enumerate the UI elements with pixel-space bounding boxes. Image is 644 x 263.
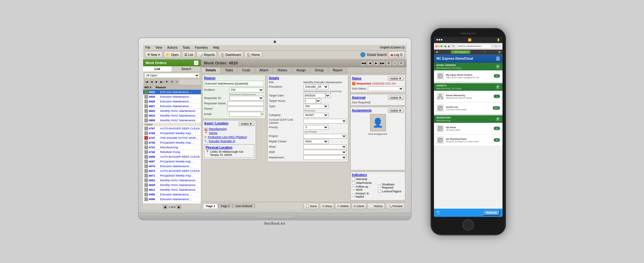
- asset-panel-title[interactable]: Asset / Location: [204, 122, 228, 125]
- menu-view[interactable]: View: [154, 46, 163, 49]
- department-select[interactable]: [303, 155, 347, 160]
- reason-textarea[interactable]: Extrusion Maintenance [Quarterly]: [204, 81, 264, 86]
- status-action-button[interactable]: Action ▼: [388, 76, 404, 81]
- preview-button[interactable]: 🔍 Preview: [386, 203, 405, 209]
- wo-item-4829[interactable]: 4829 Extrusion Maintenance ....: [143, 90, 201, 95]
- list-button[interactable]: ☰ List: [182, 51, 195, 58]
- active-browser-tab[interactable]: ✓ MC Express ✕: [451, 50, 470, 54]
- category-select[interactable]: MAINT: [303, 113, 329, 118]
- wo-expand-icon[interactable]: ▼: [496, 64, 500, 69]
- wo-item-4810[interactable]: 4810 Monthly HVAC Maintenance: [143, 113, 201, 118]
- asset-action-button[interactable]: Action ▼: [239, 122, 254, 126]
- all-stocked-parts-item[interactable]: All Stocked Parts All parts recorded in …: [434, 134, 502, 146]
- substatus-select[interactable]: [368, 86, 404, 91]
- wo-item-4672[interactable]: 4672 AUTO-BAGGER DEEP CLEAN: [143, 169, 201, 173]
- wo-item-4741[interactable]: 4741 Manufacturing: [143, 145, 201, 150]
- sidebar-tab-search[interactable]: Search: [172, 66, 201, 72]
- nav-settings-btn[interactable]: ⚙: [386, 61, 391, 66]
- tool-first-icon[interactable]: |◀: [144, 80, 149, 84]
- wo-item-4595[interactable]: 4595 Extrusion Maintenance ...: [143, 192, 201, 197]
- hamburger-menu-icon[interactable]: ☰: [496, 56, 500, 61]
- menu-help[interactable]: Help: [212, 46, 220, 49]
- my-open-work-orders-item[interactable]: My Open Work Orders Open work orders ass…: [434, 70, 502, 82]
- asset-tampa-link[interactable]: Tampa: [209, 131, 217, 134]
- filter-select[interactable]: All Open: [144, 73, 200, 78]
- browser-back-btn[interactable]: ◀: [443, 45, 447, 48]
- sidebar-tab-list[interactable]: List: [143, 66, 172, 72]
- tab-details[interactable]: Details: [201, 67, 221, 73]
- tool-settings-icon[interactable]: ⚙: [169, 80, 174, 84]
- wo-item-4747[interactable]: 4747 THE ENGINE OUTOF WORKIN: [143, 136, 201, 140]
- page-tab-user-defined[interactable]: User-Defined: [233, 204, 255, 208]
- wo-item-4825[interactable]: 4825 Monthly HVAC Maintenance: [143, 109, 201, 113]
- tab-assign[interactable]: Assign: [292, 67, 310, 73]
- requester-name-input[interactable]: [227, 101, 264, 106]
- open-button[interactable]: 📂 Open: [164, 51, 181, 58]
- next-page-arrow[interactable]: ▶: [177, 205, 181, 209]
- asset-extruder-link[interactable]: Extruder (Extruder-3): [209, 140, 236, 143]
- red-dot[interactable]: [436, 45, 437, 47]
- approval-action-button[interactable]: Action ▼: [388, 96, 404, 100]
- tool-last-icon[interactable]: ▶|: [159, 80, 164, 84]
- browser-url-bar[interactable]: express.maintenanceco...: [456, 44, 491, 48]
- asset-hierarchy-item[interactable]: Asset Hierarchy Hierarchical view of ass…: [434, 91, 502, 102]
- dashboard-button[interactable]: 🏠 Dashboard: [218, 51, 243, 58]
- wo-item-4653[interactable]: 4653 Monthly HVAC Maintenance: [143, 178, 201, 183]
- menu-file[interactable]: File: [144, 46, 151, 49]
- tab-attach[interactable]: Attach: [255, 67, 273, 73]
- tool-prev-icon[interactable]: ◀: [149, 80, 154, 84]
- browser-more-icon[interactable]: ⋯: [498, 45, 501, 48]
- menu-favorites[interactable]: Favorites: [194, 46, 209, 49]
- target-hours-input[interactable]: [303, 99, 316, 103]
- wo-item-4827[interactable]: 4827 Extrusion Maintenance ...: [143, 104, 201, 109]
- assignments-action-button[interactable]: Action ▼: [388, 108, 404, 113]
- nav-window-btn[interactable]: □: [392, 61, 398, 66]
- asset-list-item[interactable]: Asset List List view of all assets 207: [434, 102, 502, 114]
- tab-back-icon[interactable]: ◀: [436, 50, 438, 53]
- wo-item-4674[interactable]: 4674 Extrusion Maintenance...: [143, 164, 201, 169]
- shutdown-checkbox[interactable]: [378, 184, 381, 188]
- wo-item-4830[interactable]: 4830 Extrusion Maintenance ...: [143, 95, 201, 99]
- menu-tools[interactable]: Tools: [181, 46, 191, 49]
- reason-panel-title[interactable]: Reason: [204, 76, 264, 80]
- browser-share-icon[interactable]: ↑: [492, 45, 494, 48]
- problem-select[interactable]: PM: [229, 88, 264, 92]
- all-parts-item[interactable]: All Parts All active parts 41: [434, 123, 502, 134]
- wo-item-4740[interactable]: 4740 Refurbish Pump: [143, 150, 201, 155]
- inventory-expand-icon[interactable]: ▼: [496, 117, 500, 121]
- issue-button[interactable]: 📋 Issue: [303, 203, 319, 209]
- email-input[interactable]: [229, 112, 261, 117]
- attachments-checkbox[interactable]: [352, 181, 355, 184]
- wo-item-4826[interactable]: 4826 Extrusion Maintenance ...: [143, 99, 201, 104]
- tab-tasks[interactable]: Tasks: [221, 67, 238, 73]
- asset-manufacturing-link[interactable]: Manufacturing: [209, 127, 227, 130]
- wo-item-4671[interactable]: 4671 PACjacket3 Weekly Insp...: [143, 173, 201, 178]
- wo-item-4611[interactable]: 4611 Monthly HVAC Maintenance: [143, 188, 201, 192]
- tab-costs[interactable]: Costs: [238, 67, 255, 73]
- asset-production-line-link[interactable]: Production Line #001 (Plastics): [208, 135, 247, 139]
- wo-item-4596[interactable]: 4596 Extrusion Maintenance ...: [143, 197, 201, 202]
- history-button[interactable]: 🕐 History: [367, 203, 385, 209]
- phone-input[interactable]: [227, 107, 264, 111]
- browser-refresh-btn[interactable]: ↻: [452, 45, 455, 48]
- reports-button[interactable]: 📊 Reports: [197, 51, 217, 58]
- warranty-checkbox[interactable]: [352, 178, 355, 181]
- wo-item-4746[interactable]: 4746 PACjacket3 Weekly Insp...: [143, 140, 201, 145]
- deny-button[interactable]: ⊖ Deny: [320, 203, 334, 209]
- wo-item-4808[interactable]: 4808 Monthly HVAC Maintenance: [143, 118, 201, 123]
- new-button[interactable]: ✚ New ▼: [145, 51, 163, 58]
- tool-filter-icon[interactable]: ≡: [175, 80, 179, 84]
- browser-fwd-btn[interactable]: ▶: [447, 45, 451, 48]
- target-hours-dropdown[interactable]: [316, 99, 321, 103]
- menu-actions[interactable]: Actions: [166, 46, 179, 49]
- priority-select[interactable]: 3: [303, 125, 329, 130]
- tab-history[interactable]: History: [273, 67, 292, 73]
- shift-select[interactable]: [303, 150, 347, 155]
- yellow-dot[interactable]: [438, 45, 440, 47]
- wo-item-4698[interactable]: 4698 AUTO-BAGGER DEEP CLEAN: [143, 155, 201, 159]
- procedure-select[interactable]: Extruder_Oil: [303, 85, 329, 89]
- wo-item-4767[interactable]: 4767 AUTO-BAGGER DEEP CLEAN: [143, 126, 201, 131]
- wo-item-4638[interactable]: 4638 Monthly HVAC Maintenance: [143, 183, 201, 188]
- wo-item-4766[interactable]: 4766 PACjacket3 Weekly Insp...: [143, 131, 201, 136]
- tab-fwd-icon[interactable]: ▶: [499, 50, 501, 53]
